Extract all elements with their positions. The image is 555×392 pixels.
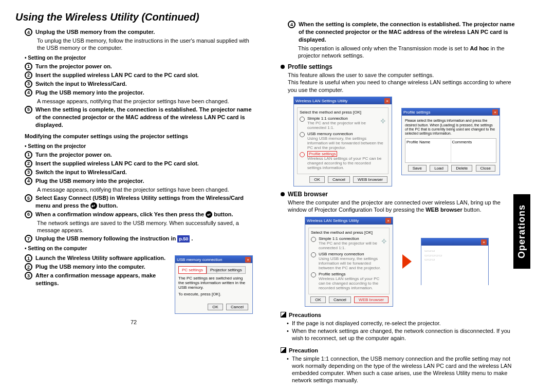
close-icon[interactable]: × bbox=[245, 257, 251, 263]
m-substep-5-icon: 5 bbox=[25, 194, 32, 202]
bullet-icon bbox=[281, 65, 285, 69]
sc6-end: button. bbox=[214, 211, 233, 217]
radio-simple11[interactable] bbox=[300, 117, 305, 122]
bullet-icon bbox=[281, 192, 285, 196]
r4-adhoc: Ad hoc bbox=[470, 45, 489, 51]
side-tab-operations: Operations bbox=[513, 194, 530, 269]
step-unplug-detail: To unplug the USB memory, follow the ins… bbox=[37, 37, 253, 52]
step-unplug-usb: Unplug the USB memory from the computer. bbox=[35, 29, 155, 35]
sc6: When a confirmation window appears, clic… bbox=[35, 211, 206, 217]
page-number-left: 72 bbox=[14, 319, 253, 325]
sp4-detail: A message appears, notifying that the pr… bbox=[37, 98, 253, 105]
figC-opt3: Profile settings bbox=[319, 272, 345, 276]
substep-5-icon: 5 bbox=[25, 106, 32, 114]
c-substep-1-icon: 1 bbox=[25, 254, 32, 262]
sc6-detail: The network settings are saved to the US… bbox=[37, 219, 253, 234]
prec-b: When the network settings are changed, t… bbox=[287, 327, 516, 342]
radio-usb-c[interactable] bbox=[311, 252, 316, 257]
fig1-cancel-button[interactable]: Cancel bbox=[226, 304, 248, 310]
figA-opt2: USB memory connection bbox=[307, 132, 353, 136]
figC-ok-button[interactable]: OK bbox=[310, 296, 326, 303]
usb-memory-dialog: USB memory connection× PC settings Proje… bbox=[175, 255, 253, 314]
figB-colA: Profile Name bbox=[405, 139, 451, 162]
step-number-4-icon: 4 bbox=[25, 28, 32, 36]
fig1-tab-projector[interactable]: Projector settings bbox=[207, 266, 246, 274]
close-icon[interactable]: × bbox=[385, 218, 391, 223]
m-sp2: Insert the supplied wireless LAN PC card… bbox=[35, 160, 199, 166]
figB-colB: Comments bbox=[451, 139, 496, 162]
fig1-line2: To execute, press [OK]. bbox=[178, 292, 249, 296]
m-substep-3-icon: 3 bbox=[25, 169, 32, 176]
r-substep-4-icon: 4 bbox=[288, 21, 295, 28]
substep-1-icon: 1 bbox=[25, 63, 32, 70]
browser-window: × ▭▭▭▭▭▭▭▭▭▭▭ bbox=[421, 238, 489, 285]
close-icon[interactable]: × bbox=[384, 98, 390, 104]
comp1: Launch the Wireless Utility software app… bbox=[35, 255, 165, 261]
wireless-lan-settings-dialog-2: Wireless LAN Settings Utility× Select th… bbox=[305, 217, 393, 307]
substep-2-icon: 2 bbox=[25, 71, 32, 79]
figB-delete-button[interactable]: Delete bbox=[451, 165, 472, 172]
profile-p2: This feature is useful when you need to … bbox=[288, 79, 516, 94]
comp3: After a confirmation message appears, ma… bbox=[35, 272, 156, 286]
radio-profile-c[interactable] bbox=[311, 272, 316, 277]
precaution-txt: The simple 1:1 connection, the USB memor… bbox=[287, 355, 516, 384]
profile-settings-head: Profile settings bbox=[288, 63, 332, 70]
modifying-heading: Modifying the computer settings using th… bbox=[25, 133, 253, 140]
radio-usb[interactable] bbox=[300, 132, 305, 137]
fig1-title: USB memory connection bbox=[177, 257, 222, 262]
m-substep-4-icon: 4 bbox=[25, 177, 32, 185]
m-sp4-detail: A message appears, notifying that the pr… bbox=[37, 186, 253, 193]
figB-close-button[interactable]: Close bbox=[476, 165, 495, 172]
sc5-end: button. bbox=[97, 202, 118, 209]
prec-a: If the page is not displayed correctly, … bbox=[287, 320, 516, 327]
fig1-tab-pcsettings[interactable]: PC settings bbox=[178, 266, 207, 274]
wireless-lan-settings-dialog: Wireless LAN Settings Utility× Select th… bbox=[293, 97, 392, 186]
sc7: Unplug the USB memory following the inst… bbox=[35, 235, 177, 241]
figC-opt1: Simple 1:1 connection bbox=[319, 236, 359, 241]
substep-3-icon: 3 bbox=[25, 80, 32, 88]
sp3: Switch the input to Wireless/Card. bbox=[35, 81, 127, 87]
figC-opt2: USB memory connection bbox=[319, 252, 364, 256]
figA-ok-button[interactable]: OK bbox=[309, 176, 325, 183]
sp4: Plug the USB memory into the projector. bbox=[35, 89, 144, 96]
page-ref-50: p.50 bbox=[177, 235, 190, 242]
close-icon[interactable]: × bbox=[492, 109, 498, 115]
comp2: Plug the USB memory into the computer. bbox=[35, 264, 145, 270]
figA-opt1-desc: The PC and the projector will be connect… bbox=[307, 121, 378, 130]
sc5: Select Easy Connect (USB) in Wireless Ut… bbox=[35, 195, 244, 209]
web-p-bold: WEB browser bbox=[425, 207, 462, 213]
m-sp1: Turn the projector power on. bbox=[35, 152, 112, 158]
enter-icon-2: ↵ bbox=[206, 211, 212, 218]
figB-desc: Please select the settings information a… bbox=[405, 119, 496, 136]
c-substep-3-icon: 3 bbox=[25, 272, 32, 279]
close-icon[interactable]: × bbox=[481, 239, 487, 245]
substep-4-icon: 4 bbox=[25, 89, 32, 97]
figB-load-button[interactable]: Load bbox=[430, 165, 448, 172]
precaution-label: Precaution bbox=[289, 347, 318, 353]
figB-save-button[interactable]: Save bbox=[408, 165, 427, 172]
fig1-line1: The PC settings are switched using the s… bbox=[178, 276, 249, 290]
m-substep-1-icon: 1 bbox=[25, 151, 32, 159]
figA-group: Select the method and press [OK] bbox=[300, 110, 386, 115]
figA-web-button[interactable]: WEB browser bbox=[353, 176, 387, 183]
figA-cancel-button[interactable]: Cancel bbox=[328, 176, 350, 183]
precaution-icon bbox=[281, 312, 286, 318]
c-substep-2-icon: 2 bbox=[25, 263, 32, 271]
figA-title: Wireless LAN Settings Utility bbox=[295, 99, 347, 103]
setting-on-projector-label-2: • Setting on the projector bbox=[25, 143, 253, 149]
figA-opt3-desc: Wireless LAN settings of your PC can be … bbox=[307, 156, 386, 170]
page-title: Using the Wireless Utility (Continued) bbox=[15, 11, 253, 23]
radio-simple11-c[interactable] bbox=[311, 237, 316, 242]
radio-profile[interactable] bbox=[300, 152, 305, 157]
figC-opt1-desc: The PC and the projector will be connect… bbox=[319, 241, 379, 250]
m-sp4: Plug the USB memory into the projector. bbox=[35, 178, 144, 184]
fig1-ok-button[interactable]: OK bbox=[208, 304, 223, 310]
precaution-icon bbox=[281, 347, 286, 353]
m-substep-2-icon: 2 bbox=[25, 160, 32, 167]
m-sp3: Switch the input to Wireless/Card. bbox=[35, 169, 127, 175]
web-p-b: button. bbox=[462, 207, 482, 213]
figC-cancel-button[interactable]: Cancel bbox=[329, 296, 351, 303]
sp5: When the setting is complete, the connec… bbox=[35, 106, 252, 128]
figC-group: Select the method and press [OK] bbox=[311, 230, 387, 235]
figC-web-button[interactable]: WEB browser bbox=[354, 296, 388, 303]
